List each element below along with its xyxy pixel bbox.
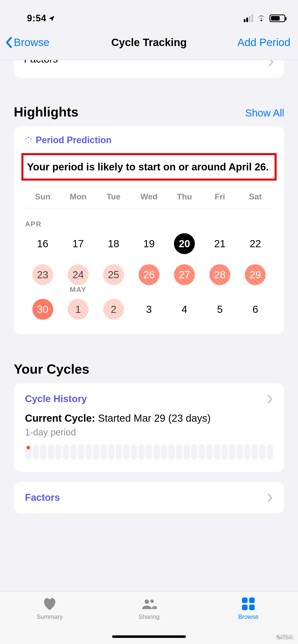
cycle-day-pill — [191, 444, 198, 460]
nav-header: Browse Cycle Tracking Add Period — [0, 31, 298, 60]
day-2[interactable]: 2 — [96, 298, 131, 320]
day-25[interactable]: 25 — [96, 264, 131, 286]
day-17[interactable]: 17 — [60, 233, 96, 255]
cycle-day-pill — [176, 444, 183, 460]
cycle-day-pill — [33, 444, 39, 460]
your-cycles-section: Your Cycles Cycle History Current Cycle:… — [0, 361, 298, 513]
cycle-day-pill — [236, 444, 243, 460]
cycle-day-pill — [229, 444, 235, 460]
day-4[interactable]: 4 — [167, 298, 202, 320]
tab-label: Sharing — [139, 613, 160, 620]
cycle-day-pill — [48, 444, 54, 460]
time-text: 9:54 — [27, 13, 46, 24]
cycle-day-pill — [123, 444, 130, 460]
cycle-day-pill — [70, 444, 77, 460]
chevron-right-icon — [268, 60, 274, 67]
cycle-history-label: Cycle History — [25, 393, 87, 404]
day-27[interactable]: 27 — [167, 264, 202, 286]
battery-icon — [269, 14, 285, 22]
day-22[interactable]: 22 — [238, 233, 273, 255]
cycle-day-pill — [55, 444, 62, 460]
mini-calendar: Sun Mon Tue Wed Thu Fri Sat APR 16 17 18… — [14, 187, 284, 320]
current-cycle-sub: 1-day period — [25, 427, 273, 438]
status-time: 9:54 — [27, 13, 55, 24]
tab-bar: Summary Sharing Browse — [0, 591, 298, 644]
chevron-left-icon — [5, 37, 12, 48]
page-title: Cycle Tracking — [111, 36, 187, 49]
cycle-day-pill — [206, 444, 213, 460]
wifi-icon — [257, 14, 266, 22]
svg-point-1 — [30, 138, 32, 140]
factors-card[interactable]: Factors — [14, 482, 284, 513]
cycle-day-pill — [85, 444, 92, 460]
day-20-today[interactable]: 20 — [167, 233, 202, 255]
day-16[interactable]: 16 — [25, 233, 60, 255]
cycle-day-pill — [138, 444, 145, 460]
weekday-thu: Thu — [167, 192, 202, 201]
cycle-strip — [25, 444, 273, 460]
period-prediction-card[interactable]: Period Prediction Your period is likely … — [14, 126, 284, 334]
cycle-day-pill — [116, 444, 122, 460]
cycle-day-pill — [221, 444, 228, 460]
prediction-text: Your period is likely to start on or aro… — [24, 160, 274, 173]
home-indicator[interactable] — [112, 635, 186, 638]
day-5[interactable]: 5 — [202, 298, 238, 320]
highlights-section: Highlights Show All Period Prediction Yo… — [0, 104, 298, 334]
tab-summary[interactable]: Summary — [0, 591, 99, 644]
cycle-day-pill — [267, 444, 273, 460]
location-icon — [48, 15, 55, 22]
weekday-row: Sun Mon Tue Wed Thu Fri Sat — [25, 192, 273, 201]
cycle-day-pill — [259, 444, 266, 460]
day-29[interactable]: 29 — [238, 264, 273, 286]
show-all-link[interactable]: Show All — [245, 107, 284, 119]
svg-point-0 — [28, 137, 29, 138]
highlights-title: Highlights — [14, 104, 78, 120]
add-period-button[interactable]: Add Period — [237, 36, 290, 49]
day-28[interactable]: 28 — [202, 264, 238, 286]
svg-point-5 — [25, 138, 27, 140]
cycle-day-pill — [108, 444, 115, 460]
clipped-card-factors[interactable]: Factors — [14, 60, 284, 78]
watermark: ⊘XDA — [276, 634, 293, 640]
cycle-day-pill — [25, 444, 32, 460]
weekday-wed: Wed — [131, 192, 167, 201]
back-button[interactable]: Browse — [5, 36, 49, 49]
weekday-tue: Tue — [96, 192, 131, 201]
highlights-header: Highlights Show All — [14, 104, 284, 120]
day-6[interactable]: 6 — [238, 298, 273, 320]
weekday-sat: Sat — [238, 192, 273, 201]
cycle-day-pill — [168, 444, 175, 460]
cellular-icon — [244, 14, 253, 22]
svg-point-4 — [25, 141, 27, 142]
status-bar: 9:54 — [0, 0, 298, 31]
annotation-highlight-box: Your period is likely to start on or aro… — [21, 153, 277, 181]
divider — [25, 208, 273, 208]
day-23[interactable]: 23 — [25, 264, 60, 286]
weekday-mon: Mon — [60, 192, 96, 201]
factors-label: Factors — [25, 492, 60, 503]
day-18[interactable]: 18 — [96, 233, 131, 255]
day-30[interactable]: 30 — [25, 298, 60, 320]
cycle-day-pill — [214, 444, 220, 460]
clipped-card-label: Factors — [24, 60, 58, 65]
day-19[interactable]: 19 — [131, 233, 167, 255]
chevron-right-icon — [267, 493, 273, 502]
chevron-right-icon — [267, 394, 273, 404]
day-24[interactable]: 24 — [60, 264, 96, 286]
month-label-apr: APR — [25, 220, 273, 228]
cycle-day-pill — [93, 444, 100, 460]
heart-icon — [42, 597, 58, 611]
day-3[interactable]: 3 — [131, 298, 167, 320]
calendar-row: 23 24 25 26 27 28 29 — [25, 264, 273, 286]
day-26[interactable]: 26 — [131, 264, 167, 286]
prediction-header: Period Prediction — [25, 135, 273, 145]
weekday-fri: Fri — [202, 192, 238, 201]
calendar-row: 30 MAY 1 2 3 4 5 6 — [25, 298, 273, 320]
day-1[interactable]: MAY 1 — [60, 298, 96, 320]
cycle-history-card[interactable]: Cycle History Current Cycle: Started Mar… — [14, 383, 284, 472]
svg-point-2 — [30, 141, 32, 142]
day-21[interactable]: 21 — [202, 233, 238, 255]
cycle-day-pill — [146, 444, 152, 460]
svg-point-3 — [28, 142, 29, 143]
cycle-day-pill — [100, 444, 107, 460]
